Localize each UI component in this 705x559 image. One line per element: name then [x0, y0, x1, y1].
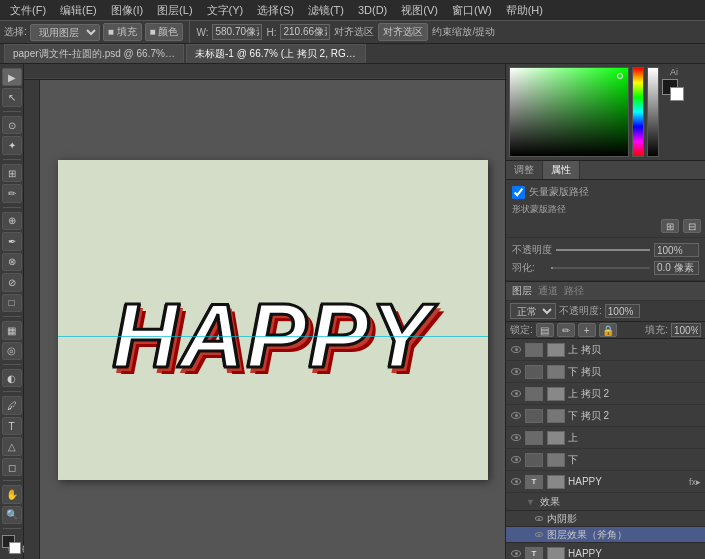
tool-zoom[interactable]: 🔍	[2, 506, 22, 524]
h-input[interactable]	[280, 24, 330, 40]
tool-gradient[interactable]: ▦	[2, 321, 22, 339]
vector-row: 矢量蒙版路径	[506, 183, 705, 201]
layer-shang[interactable]: 上	[506, 427, 705, 449]
thumb-shang	[525, 431, 543, 445]
tool-mode-select[interactable]: 现用图层	[30, 24, 100, 41]
visibility-xia-kaobei[interactable]	[510, 366, 522, 378]
lock-all[interactable]: 🔒	[599, 323, 617, 337]
opacity-slider[interactable]	[556, 249, 650, 251]
name-happy-group: HAPPY	[568, 476, 686, 487]
thumb2-xia-kaobei2	[547, 409, 565, 423]
tool-brush[interactable]: ✒	[2, 232, 22, 250]
menu-edit[interactable]: 编辑(E)	[54, 2, 103, 19]
layer-shang-kaobei[interactable]: 上 拷贝	[506, 339, 705, 361]
menu-file[interactable]: 文件(F)	[4, 2, 52, 19]
mode2-btn[interactable]: ■ 颜色	[145, 23, 184, 41]
layer-tuoying[interactable]: 图层效果（斧角）	[506, 527, 705, 543]
thumb-xia-kaobei2	[525, 409, 543, 423]
tool-dodge[interactable]: ◐	[2, 369, 22, 387]
mask-btn2[interactable]: ⊟	[683, 219, 701, 233]
tab-paper[interactable]: paper调文件-拉圆的.psd @ 66.7% (paper, RGB/8)	[4, 44, 184, 63]
tab-properties[interactable]: 属性	[543, 161, 580, 179]
tool-label: 选择:	[4, 25, 27, 39]
menu-layer[interactable]: 图层(L)	[151, 2, 198, 19]
layer-xia-kaobei2[interactable]: 下 拷贝 2	[506, 405, 705, 427]
tool-magic[interactable]: ✦	[2, 136, 22, 154]
visibility-shang-kaobei[interactable]	[510, 344, 522, 356]
opacity-tb-label: 不透明度:	[559, 304, 602, 318]
tool-pen[interactable]: 🖊	[2, 396, 22, 414]
align-btn[interactable]: 对齐选区	[378, 23, 428, 41]
paths-title[interactable]: 路径	[564, 284, 584, 298]
tool-lasso[interactable]: ⊙	[2, 116, 22, 134]
tool-hand[interactable]: ✋	[2, 485, 22, 503]
channels-title[interactable]: 通道	[538, 284, 558, 298]
lock-image[interactable]: ✏	[557, 323, 575, 337]
layer-neiyin[interactable]: 内阴影	[506, 511, 705, 527]
opacity-section: 不透明度 羽化:	[506, 238, 705, 281]
saturation-slider[interactable]	[647, 67, 659, 157]
visibility-happy-group[interactable]	[510, 476, 522, 488]
tool-text[interactable]: T	[2, 417, 22, 435]
visibility-shang[interactable]	[510, 432, 522, 444]
color-gradient-picker[interactable]	[509, 67, 629, 157]
tool-crop[interactable]: ⊞	[2, 164, 22, 182]
density-input[interactable]	[654, 261, 699, 275]
visibility-xia-kaobei2[interactable]	[510, 410, 522, 422]
tool-path[interactable]: △	[2, 437, 22, 455]
menu-image[interactable]: 图像(I)	[105, 2, 149, 19]
layer-shang-kaobei2[interactable]: 上 拷贝 2	[506, 383, 705, 405]
visibility-xia[interactable]	[510, 454, 522, 466]
menu-3d[interactable]: 3D(D)	[352, 3, 393, 17]
tool-direct-select[interactable]: ↖	[2, 88, 22, 106]
menu-help[interactable]: 帮助(H)	[500, 2, 549, 19]
vector-label: 矢量蒙版路径	[529, 185, 589, 199]
lock-transparent[interactable]: ▤	[536, 323, 554, 337]
visibility-neiyin[interactable]	[534, 513, 544, 525]
vector-checkbox[interactable]	[512, 186, 525, 199]
lock-position[interactable]: +	[578, 323, 596, 337]
bg-color[interactable]	[9, 542, 21, 554]
distribute-label: 约束缩放/提动	[432, 25, 495, 39]
mask-btn1[interactable]: ⊞	[661, 219, 679, 233]
menu-select[interactable]: 选择(S)	[251, 2, 300, 19]
thumb-happy-group: T	[525, 475, 543, 489]
tool-history[interactable]: ⊘	[2, 273, 22, 291]
tool-eyedrop[interactable]: ✏	[2, 184, 22, 202]
density-slider[interactable]	[551, 267, 650, 269]
blend-mode-select[interactable]: 正常	[510, 303, 556, 319]
bg-swatch[interactable]	[670, 87, 684, 101]
menu-window[interactable]: 窗口(W)	[446, 2, 498, 19]
layer-happy-group[interactable]: T HAPPY fx▸	[506, 471, 705, 493]
fg-bg-swatches[interactable]	[662, 79, 686, 103]
layers-toolbar: 正常 不透明度:	[506, 301, 705, 322]
layer-happy-text[interactable]: T HAPPY	[506, 543, 705, 559]
menu-text[interactable]: 文字(Y)	[201, 2, 250, 19]
visibility-happy-text[interactable]	[510, 548, 522, 560]
layer-xia-kaobei[interactable]: 下 拷贝	[506, 361, 705, 383]
tool-blur[interactable]: ◎	[2, 342, 22, 360]
tool-eraser[interactable]: □	[2, 294, 22, 312]
visibility-shang-kaobei2[interactable]	[510, 388, 522, 400]
tool-clone[interactable]: ⊗	[2, 253, 22, 271]
fill-tb-label: 填充:	[645, 323, 668, 337]
visibility-tuoying[interactable]	[534, 529, 544, 541]
layer-effects-group[interactable]: ▼ 效果	[506, 493, 705, 511]
tool-section: 选择: 现用图层 ■ 填充 ■ 颜色	[4, 21, 190, 43]
tab-active[interactable]: 未标题-1 @ 66.7% (上 拷贝 2, RGB/8) *	[186, 44, 366, 63]
opacity-tb-input[interactable]	[605, 304, 640, 318]
menu-filter[interactable]: 滤镜(T)	[302, 2, 350, 19]
tab-adjust[interactable]: 调整	[506, 161, 543, 179]
layer-xia[interactable]: 下	[506, 449, 705, 471]
mode-btn[interactable]: ■ 填充	[103, 23, 142, 41]
tool-shape[interactable]: ◻	[2, 458, 22, 476]
canvas-viewport[interactable]: HAPPY HAPPY	[40, 80, 505, 559]
hue-slider[interactable]	[632, 67, 644, 157]
name-xia-kaobei: 下 拷贝	[568, 365, 701, 379]
tool-select[interactable]: ▶	[2, 68, 22, 86]
menu-view[interactable]: 视图(V)	[395, 2, 444, 19]
opacity-input[interactable]	[654, 243, 699, 257]
tool-heal[interactable]: ⊕	[2, 212, 22, 230]
fill-tb-input[interactable]	[671, 323, 701, 337]
w-input[interactable]	[212, 24, 262, 40]
